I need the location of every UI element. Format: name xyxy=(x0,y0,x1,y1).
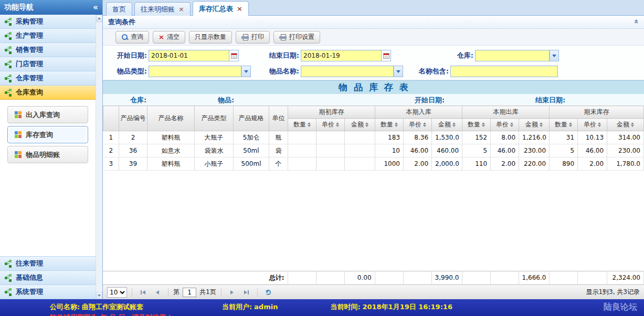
closing-amount-cell[interactable]: 1,780.0 xyxy=(607,157,644,171)
product-code-cell[interactable]: 36 xyxy=(119,144,147,157)
sort-icon[interactable] xyxy=(395,122,398,127)
closing-qty-cell[interactable]: 31 xyxy=(550,131,578,144)
product-type-cell[interactable]: 袋装水 xyxy=(195,144,234,157)
closing-price-cell[interactable]: 46.00 xyxy=(578,144,607,157)
sort-icon[interactable] xyxy=(569,122,572,127)
in-qty-cell[interactable]: 183 xyxy=(375,131,404,144)
in-amount-cell[interactable]: 2,000.0 xyxy=(432,157,462,171)
sidebar-item-production[interactable]: 生产管理 xyxy=(0,29,96,43)
out-qty-header[interactable]: 数量 xyxy=(462,119,491,131)
sidebar-scrollbar[interactable] xyxy=(96,15,102,299)
product-name-cell[interactable]: 如意水 xyxy=(147,144,195,157)
tab-stock-summary[interactable]: 库存汇总表 × xyxy=(193,1,249,16)
submenu-item-item-ledger[interactable]: 物品明细账 xyxy=(7,146,88,163)
clear-button[interactable]: × 清空 xyxy=(153,31,185,44)
opening-amount-cell[interactable] xyxy=(345,144,375,157)
closing-amount-cell[interactable]: 314.00 xyxy=(607,131,644,144)
next-page-button[interactable] xyxy=(226,287,238,298)
in-price-header[interactable]: 单价 xyxy=(404,119,432,131)
sidebar-item-basic-info[interactable]: 基础信息 xyxy=(0,271,96,285)
product-name-cell[interactable]: 塑料瓶 xyxy=(147,131,195,144)
out-price-header[interactable]: 单价 xyxy=(491,119,519,131)
in-qty-cell[interactable]: 10 xyxy=(375,144,404,157)
product-spec-cell[interactable]: 5加仑 xyxy=(234,131,269,144)
opening-qty-cell[interactable] xyxy=(288,157,316,171)
tab-home[interactable]: 首页 xyxy=(106,2,132,16)
in-amount-cell[interactable]: 1,530.0 xyxy=(432,131,462,144)
sort-icon[interactable] xyxy=(452,122,456,127)
quantity-only-button[interactable]: 只显示数量 xyxy=(189,31,232,44)
out-price-cell[interactable]: 46.00 xyxy=(491,144,519,157)
opening-price-cell[interactable] xyxy=(316,131,345,144)
product-code-cell[interactable]: 39 xyxy=(119,157,147,171)
opening-price-cell[interactable] xyxy=(316,144,345,157)
sort-icon[interactable] xyxy=(423,122,426,127)
out-amount-header[interactable]: 金额 xyxy=(519,119,550,131)
product-spec-cell[interactable]: 50ml xyxy=(234,144,269,157)
in-price-cell[interactable]: 2.00 xyxy=(404,157,432,171)
page-number-input[interactable] xyxy=(183,288,196,297)
in-amount-header[interactable]: 金额 xyxy=(432,119,462,131)
closing-price-cell[interactable]: 10.13 xyxy=(578,131,607,144)
unit-cell[interactable]: 个 xyxy=(269,157,288,171)
closing-qty-header[interactable]: 数量 xyxy=(550,119,578,131)
sidebar-item-purchase[interactable]: 采购管理 xyxy=(0,15,96,29)
close-icon[interactable]: × xyxy=(178,6,184,13)
in-qty-cell[interactable]: 1000 xyxy=(375,157,404,171)
product-type-cell[interactable]: 大瓶子 xyxy=(195,131,234,144)
out-qty-cell[interactable]: 110 xyxy=(462,157,491,171)
item-type-combo[interactable] xyxy=(149,66,251,77)
close-icon[interactable]: × xyxy=(237,5,242,12)
sort-icon[interactable] xyxy=(482,122,485,127)
sort-icon[interactable] xyxy=(540,122,543,127)
warehouse-combo-arrow[interactable] xyxy=(550,50,559,61)
item-name-combo[interactable] xyxy=(301,66,403,77)
sidebar-item-system[interactable]: 系统管理 xyxy=(0,285,96,299)
scroll-down-button[interactable] xyxy=(96,292,102,299)
product-type-header[interactable]: 产品类型 xyxy=(195,106,234,131)
search-button[interactable]: 查询 xyxy=(115,31,149,44)
out-price-cell[interactable]: 8.00 xyxy=(491,131,519,144)
tab-contact-ledger[interactable]: 往来明细账 × xyxy=(134,2,191,16)
refresh-button[interactable] xyxy=(262,287,274,298)
opening-price-header[interactable]: 单价 xyxy=(316,119,345,131)
product-spec-header[interactable]: 产品规格 xyxy=(234,106,269,131)
start-date-input[interactable] xyxy=(149,50,229,61)
row-number-cell[interactable]: 2 xyxy=(103,144,119,157)
panel-collapse-icon[interactable]: « xyxy=(632,19,640,24)
closing-amount-header[interactable]: 金额 xyxy=(607,119,644,131)
submenu-item-stock-query[interactable]: 库存查询 xyxy=(7,126,88,143)
item-type-combo-arrow[interactable] xyxy=(241,66,251,77)
submenu-item-inout-query[interactable]: 出入库查询 xyxy=(7,106,88,123)
sidebar-item-warehouse-mgmt[interactable]: 仓库管理 xyxy=(0,71,96,86)
name-contains-input[interactable] xyxy=(450,66,558,77)
sort-icon[interactable] xyxy=(308,122,311,127)
sort-icon[interactable] xyxy=(336,122,339,127)
opening-qty-cell[interactable] xyxy=(288,144,316,157)
product-name-cell[interactable]: 塑料瓶 xyxy=(147,157,195,171)
end-date-input[interactable] xyxy=(301,50,382,61)
in-price-cell[interactable]: 46.00 xyxy=(404,144,432,157)
item-name-combo-arrow[interactable] xyxy=(394,66,403,77)
out-qty-cell[interactable]: 152 xyxy=(462,131,491,144)
start-date-calendar-button[interactable] xyxy=(229,50,239,61)
closing-qty-cell[interactable]: 890 xyxy=(550,157,578,171)
item-type-combo-value[interactable] xyxy=(149,66,241,77)
prev-page-button[interactable] xyxy=(152,287,163,298)
closing-qty-cell[interactable]: 5 xyxy=(550,144,578,157)
table-row[interactable]: 2 36 如意水 袋装水 50ml 袋 10 46.00 xyxy=(103,144,644,157)
print-setup-button[interactable]: 打印设置 xyxy=(273,31,320,44)
out-amount-cell[interactable]: 1,216.0 xyxy=(519,131,550,144)
row-number-cell[interactable]: 1 xyxy=(103,131,119,144)
product-name-header[interactable]: 产品名称 xyxy=(147,106,195,131)
sort-icon[interactable] xyxy=(365,122,368,127)
closing-price-cell[interactable]: 2.00 xyxy=(578,157,607,171)
opening-amount-cell[interactable] xyxy=(345,157,375,171)
print-button[interactable]: 打印 xyxy=(236,31,270,44)
page-size-select[interactable]: 10 xyxy=(107,287,127,298)
unit-header[interactable]: 单位 xyxy=(269,106,288,131)
last-page-button[interactable] xyxy=(241,287,252,298)
product-code-header[interactable]: 产品编号 xyxy=(119,106,147,131)
sort-icon[interactable] xyxy=(598,122,601,127)
sidebar-collapse-icon[interactable]: « xyxy=(93,3,98,12)
